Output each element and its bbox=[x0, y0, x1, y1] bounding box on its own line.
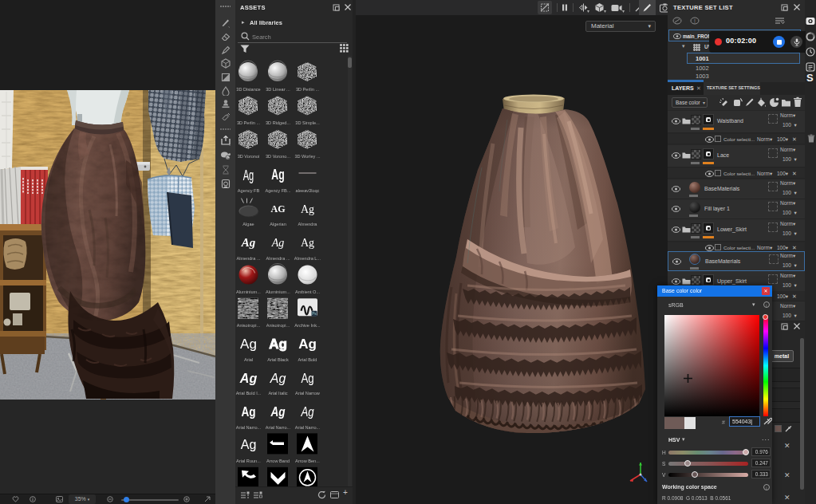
svg-text:Arial Narro...: Arial Narro... bbox=[295, 425, 321, 430]
svg-text:Anisotropi...: Anisotropi... bbox=[237, 323, 261, 328]
svg-text:3D Vorono...: 3D Vorono... bbox=[266, 154, 291, 159]
svg-text:Ag: Ag bbox=[301, 203, 314, 215]
svg-text:Ag: Ag bbox=[271, 237, 285, 249]
svg-text:Archive Ink...: Archive Ink... bbox=[294, 323, 321, 328]
svg-text:Almendra ...: Almendra ... bbox=[266, 256, 290, 261]
svg-text:Ag: Ag bbox=[239, 372, 258, 385]
svg-text:Ag: Ag bbox=[241, 404, 255, 419]
svg-text:Arial Italic: Arial Italic bbox=[268, 391, 287, 396]
svg-text:Algae: Algae bbox=[242, 222, 254, 226]
svg-text:3D Perlin ...: 3D Perlin ... bbox=[237, 120, 261, 125]
svg-text:Arial Narro...: Arial Narro... bbox=[236, 425, 262, 430]
svg-text:Arial Narrow: Arial Narrow bbox=[295, 391, 321, 396]
svg-text:Arial Roun...: Arial Roun... bbox=[236, 459, 261, 463]
svg-text:3D Distance: 3D Distance bbox=[236, 87, 260, 92]
svg-text:Almendra L...: Almendra L... bbox=[294, 256, 321, 261]
svg-text:Ag: Ag bbox=[241, 236, 256, 249]
svg-text:Arrow Ben...: Arrow Ben... bbox=[295, 459, 320, 463]
svg-text:Ag: Ag bbox=[240, 337, 257, 352]
svg-text:3D Worley ...: 3D Worley ... bbox=[294, 154, 321, 159]
svg-text:Arial Bold: Arial Bold bbox=[298, 357, 317, 362]
svg-text:3D Voronoi: 3D Voronoi bbox=[238, 154, 260, 159]
svg-text:Ag: Ag bbox=[298, 337, 317, 352]
svg-text:Ag: Ag bbox=[241, 438, 257, 451]
svg-text:Arial: Arial bbox=[244, 357, 253, 362]
svg-text:Ag: Ag bbox=[270, 404, 286, 419]
svg-text:Agency FB...: Agency FB... bbox=[265, 188, 290, 193]
svg-text:Ag: Ag bbox=[301, 237, 314, 249]
svg-text:AG: AG bbox=[271, 203, 286, 215]
svg-text:Almendra ...: Almendra ... bbox=[236, 256, 261, 261]
svg-text:Almendra: Almendra bbox=[298, 222, 318, 226]
svg-text:3D Ridged...: 3D Ridged... bbox=[266, 120, 291, 125]
svg-text:Arial Bold I...: Arial Bold I... bbox=[236, 391, 262, 396]
svg-text:Ag: Ag bbox=[271, 167, 284, 183]
svg-text:Ps: Ps bbox=[312, 312, 317, 316]
svg-text:Arial Black: Arial Black bbox=[267, 357, 289, 362]
svg-text:Ambient O...: Ambient O... bbox=[295, 289, 321, 294]
svg-text:Algerian: Algerian bbox=[270, 222, 286, 226]
svg-text:!: ! bbox=[694, 18, 696, 24]
svg-text:3D Perlin ...: 3D Perlin ... bbox=[296, 87, 320, 92]
svg-text:Ag: Ag bbox=[301, 404, 315, 419]
svg-text:aleeav3loqc: aleeav3loqc bbox=[296, 188, 320, 193]
svg-text:Ag: Ag bbox=[270, 372, 286, 385]
svg-text:3D Simple...: 3D Simple... bbox=[295, 120, 320, 125]
svg-text:Aluminium...: Aluminium... bbox=[236, 289, 261, 294]
svg-text:Aluminium...: Aluminium... bbox=[266, 289, 290, 294]
svg-text:Ag: Ag bbox=[301, 370, 313, 385]
svg-text:Ag: Ag bbox=[269, 337, 287, 352]
svg-text:Anisotropi...: Anisotropi... bbox=[266, 323, 290, 328]
svg-text:Ag: Ag bbox=[243, 167, 254, 183]
svg-text:Agency FB: Agency FB bbox=[238, 188, 260, 193]
svg-text:3D Linear ...: 3D Linear ... bbox=[266, 87, 290, 92]
svg-text:Arrow Band: Arrow Band bbox=[266, 459, 290, 463]
svg-text:Arial Narro...: Arial Narro... bbox=[266, 425, 291, 430]
